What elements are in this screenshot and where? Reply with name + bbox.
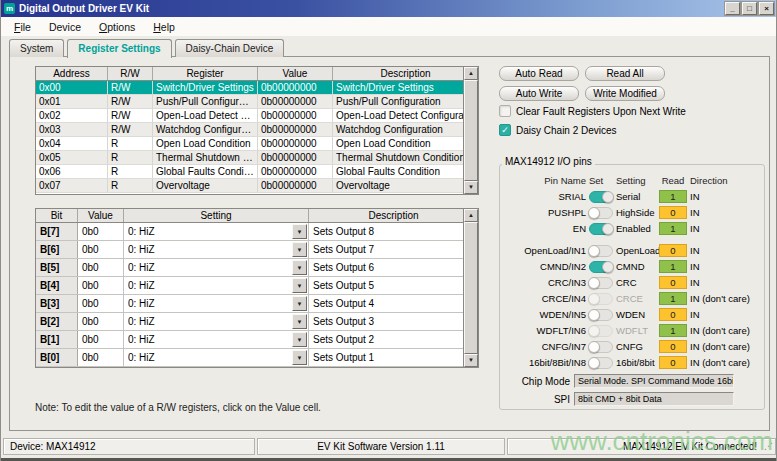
- io-pin-row-openload-in1: OpenLoad/IN1OpenLoad0IN: [506, 243, 760, 258]
- register-cell-value[interactable]: 0b00000000: [258, 123, 333, 136]
- register-cell-rw: R: [108, 179, 153, 192]
- toggle-knob-icon: [588, 207, 600, 219]
- io-pins-rows: SRIALSerial1INPUSHPLHighSide0INENEnabled…: [506, 189, 760, 370]
- io-pin-read-indicator: 0: [659, 340, 687, 353]
- io-pin-direction: IN: [690, 277, 760, 288]
- checkbox-clear-fault[interactable]: [499, 105, 511, 117]
- toggle-knob-icon: [588, 293, 600, 305]
- scroll-thumb[interactable]: [464, 222, 478, 354]
- io-pin-toggle[interactable]: [589, 309, 613, 321]
- bit-cell-name: B[6]: [36, 241, 78, 258]
- status-version: EV Kit Software Version 1.11: [257, 438, 505, 455]
- register-row[interactable]: 0x03R/WWatchdog Configuration0b00000000W…: [36, 123, 478, 137]
- register-row[interactable]: 0x05RThermal Shutdown Condition0b0000000…: [36, 151, 478, 165]
- titlebar[interactable]: m Digital Output Driver EV Kit _□×: [1, 0, 776, 17]
- register-cell-register: Open Load Condition: [153, 137, 258, 150]
- bit-setting-dropdown[interactable]: 0: HiZ▼: [124, 349, 309, 366]
- dropdown-arrow-icon[interactable]: ▼: [292, 332, 307, 347]
- menu-options[interactable]: Options: [90, 19, 144, 35]
- dropdown-arrow-icon[interactable]: ▼: [292, 350, 307, 365]
- io-pin-read-indicator: 0: [659, 308, 687, 321]
- register-table-scrollbar[interactable]: ▲▼: [463, 67, 478, 194]
- register-row[interactable]: 0x01R/WPush/Pull Configuration0b00000000…: [36, 95, 478, 109]
- menu-device[interactable]: Device: [40, 19, 90, 35]
- close-button[interactable]: ×: [759, 2, 774, 15]
- bit-cell-value: 0b0: [78, 223, 124, 240]
- bit-row: B[1]0b00: HiZ▼Sets Output 2: [36, 331, 478, 349]
- bit-setting-dropdown[interactable]: 0: HiZ▼: [124, 331, 309, 348]
- io-pin-toggle[interactable]: [589, 191, 613, 203]
- register-cell-value[interactable]: 0b00000000: [258, 137, 333, 150]
- bit-setting-dropdown[interactable]: 0: HiZ▼: [124, 295, 309, 312]
- tab-system[interactable]: System: [9, 39, 64, 57]
- tab-register-settings[interactable]: Register Settings: [67, 39, 171, 58]
- bit-setting-dropdown[interactable]: 0: HiZ▼: [124, 277, 309, 294]
- io-pin-toggle[interactable]: [589, 245, 613, 257]
- bit-cell-name: B[3]: [36, 295, 78, 312]
- io-pin-setting-label: OpenLoad: [616, 245, 656, 256]
- io-pin-toggle[interactable]: [589, 277, 613, 289]
- bit-row: B[5]0b00: HiZ▼Sets Output 6: [36, 259, 478, 277]
- menu-file[interactable]: File: [5, 19, 40, 35]
- dropdown-arrow-icon[interactable]: ▼: [292, 296, 307, 311]
- io-pin-name: CRCE/IN4: [506, 293, 586, 304]
- bit-setting-dropdown[interactable]: 0: HiZ▼: [124, 223, 309, 240]
- dropdown-arrow-icon[interactable]: ▼: [292, 278, 307, 293]
- register-cell-value[interactable]: 0b00000000: [258, 95, 333, 108]
- minimize-button[interactable]: _: [725, 2, 740, 15]
- dropdown-arrow-icon[interactable]: ▼: [292, 314, 307, 329]
- io-pin-toggle[interactable]: [589, 207, 613, 219]
- register-cell-rw: R: [108, 165, 153, 178]
- bit-table-scrollbar[interactable]: ▲▼: [463, 209, 478, 367]
- io-pin-toggle: [589, 325, 613, 337]
- register-cell-value[interactable]: 0b00000000: [258, 179, 333, 192]
- io-pin-read-indicator: 1: [659, 324, 687, 337]
- io-pin-read-indicator: 0: [659, 356, 687, 369]
- read-all-button[interactable]: Read All: [585, 66, 665, 81]
- io-pin-name: CNFG/IN7: [506, 341, 586, 352]
- bit-setting-dropdown[interactable]: 0: HiZ▼: [124, 259, 309, 276]
- register-row[interactable]: 0x02R/WOpen-Load Detect Configuration0b0…: [36, 109, 478, 123]
- dropdown-arrow-icon[interactable]: ▼: [292, 224, 307, 239]
- io-pin-read-indicator: 1: [659, 222, 687, 235]
- scroll-up-icon[interactable]: ▲: [464, 209, 478, 222]
- bit-setting-value: 0: HiZ: [128, 334, 155, 345]
- maximize-button[interactable]: □: [742, 2, 757, 15]
- spi-row: SPI 8bit CMD + 8bit Data: [506, 392, 760, 406]
- bit-setting-dropdown[interactable]: 0: HiZ▼: [124, 241, 309, 258]
- register-row[interactable]: 0x04ROpen Load Condition0b00000000Open L…: [36, 137, 478, 151]
- register-col-header: Value: [258, 67, 333, 80]
- toggle-knob-icon: [602, 223, 614, 235]
- dropdown-arrow-icon[interactable]: ▼: [292, 260, 307, 275]
- register-col-header: R/W: [108, 67, 153, 80]
- auto-write-button[interactable]: Auto Write: [499, 86, 579, 101]
- io-pin-name: PUSHPL: [506, 207, 586, 218]
- menu-help[interactable]: Help: [144, 19, 184, 35]
- auto-read-button[interactable]: Auto Read: [499, 66, 579, 81]
- register-cell-address: 0x00: [36, 81, 108, 94]
- dropdown-arrow-icon[interactable]: ▼: [292, 242, 307, 257]
- io-pin-toggle[interactable]: [589, 223, 613, 235]
- io-pin-toggle[interactable]: [589, 341, 613, 353]
- register-cell-value[interactable]: 0b00000000: [258, 109, 333, 122]
- resize-grip-icon[interactable]: ⋰: [764, 440, 773, 452]
- register-row[interactable]: 0x06RGlobal Faults Condition0b00000000Gl…: [36, 165, 478, 179]
- register-row[interactable]: 0x00R/WSwitch/Driver Settings0b00000000S…: [36, 81, 478, 95]
- bit-setting-value: 0: HiZ: [128, 244, 155, 255]
- write-modified-button[interactable]: Write Modified: [585, 86, 665, 101]
- scroll-down-icon[interactable]: ▼: [464, 354, 478, 367]
- register-cell-value[interactable]: 0b00000000: [258, 151, 333, 164]
- io-pin-toggle[interactable]: [589, 261, 613, 273]
- register-cell-value[interactable]: 0b00000000: [258, 81, 333, 94]
- register-row[interactable]: 0x07ROvervoltage0b00000000Overvoltage: [36, 179, 478, 193]
- bit-col-header: Description: [309, 209, 478, 222]
- checkbox-daisy-chain[interactable]: ✓: [499, 124, 511, 136]
- io-pin-toggle[interactable]: [589, 357, 613, 369]
- scroll-up-icon[interactable]: ▲: [464, 67, 478, 80]
- register-cell-register: Thermal Shutdown Condition: [153, 151, 258, 164]
- bit-setting-dropdown[interactable]: 0: HiZ▼: [124, 313, 309, 330]
- tab-daisy-chain-device[interactable]: Daisy-Chain Device: [175, 39, 285, 57]
- scroll-thumb[interactable]: [464, 80, 478, 181]
- scroll-down-icon[interactable]: ▼: [464, 181, 478, 194]
- register-cell-value[interactable]: 0b00000000: [258, 165, 333, 178]
